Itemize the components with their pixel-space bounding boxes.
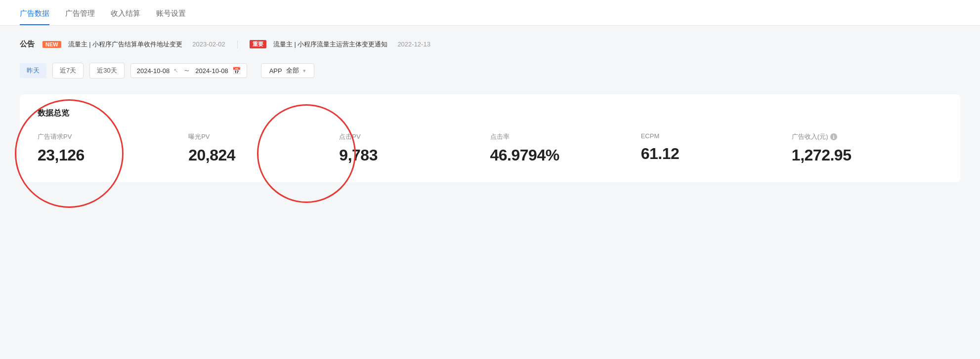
ann-text-2[interactable]: 流量主 | 小程序流量主运营主体变更通知 (273, 40, 388, 49)
stat-label-revenue: 广告收入(元) ℹ (792, 132, 931, 141)
stat-value-ctr: 46.9794% (490, 146, 629, 164)
badge-new: NEW (43, 41, 61, 48)
announcement-label: 公告 (20, 40, 35, 49)
stat-revenue: 广告收入(元) ℹ 1,272.95 (792, 132, 942, 164)
ann-date-2: 2022-12-13 (397, 40, 430, 48)
ann-text-1[interactable]: 流量主 | 小程序广告结算单收件地址变更 (68, 40, 183, 49)
nav-item-income[interactable]: 收入结算 (111, 9, 140, 25)
chevron-down-icon: ▾ (303, 68, 306, 74)
nav-item-ad-data[interactable]: 广告数据 (20, 9, 49, 25)
ann-date-1: 2023-02-02 (192, 40, 225, 48)
stat-ecpm: ECPM 61.12 (641, 132, 792, 164)
info-icon[interactable]: ℹ (830, 133, 837, 140)
nav-item-account[interactable]: 账号设置 (156, 9, 186, 25)
announcement-bar: 公告 NEW 流量主 | 小程序广告结算单收件地址变更 2023-02-02 重… (20, 40, 960, 49)
date-start: 2024-10-08 (137, 67, 170, 75)
stat-value-revenue: 1,272.95 (792, 146, 931, 164)
stat-label-impression: 曝光PV (188, 132, 327, 141)
stat-label-ctr: 点击率 (490, 132, 629, 141)
filter-row: 昨天 近7天 近30天 2024-10-08 ↖ ～ 2024-10-08 📅 … (20, 63, 960, 79)
app-filter-label: APP (269, 67, 282, 75)
btn-7days[interactable]: 近7天 (52, 63, 84, 79)
nav-item-ad-manage[interactable]: 广告管理 (65, 9, 95, 25)
stat-label-click: 点击PV (339, 132, 478, 141)
stat-value-ecpm: 61.12 (641, 145, 780, 163)
stat-impression: 曝光PV 20,824 (188, 132, 339, 164)
stat-value-click: 9,783 (339, 146, 478, 164)
btn-yesterday[interactable]: 昨天 (20, 63, 46, 78)
stat-ctr: 点击率 46.9794% (490, 132, 641, 164)
stats-section: 数据总览 广告请求PV 23,126 曝光PV 20,824 点击PV 9,78… (20, 94, 960, 182)
stat-value-ad-request: 23,126 (38, 146, 176, 164)
cursor-icon: ↖ (173, 67, 178, 74)
date-end: 2024-10-08 (195, 67, 228, 75)
stats-title: 数据总览 (38, 108, 942, 119)
stat-label-ecpm: ECPM (641, 132, 780, 140)
stat-click: 点击PV 9,783 (339, 132, 490, 164)
app-filter-dropdown[interactable]: APP 全部 ▾ (261, 63, 314, 78)
date-range-picker[interactable]: 2024-10-08 ↖ ～ 2024-10-08 📅 (130, 63, 247, 78)
stats-grid: 广告请求PV 23,126 曝光PV 20,824 点击PV 9,783 点击率… (38, 132, 942, 164)
stat-value-impression: 20,824 (188, 146, 327, 164)
badge-important: 重要 (250, 40, 266, 48)
ann-separator (237, 40, 238, 48)
stat-ad-request: 广告请求PV 23,126 (38, 132, 188, 164)
top-navigation: 广告数据 广告管理 收入结算 账号设置 (0, 0, 980, 26)
tilde: ～ (182, 66, 191, 75)
calendar-icon: 📅 (232, 67, 241, 75)
stat-label-ad-request: 广告请求PV (38, 132, 176, 141)
app-filter-value: 全部 (286, 66, 299, 75)
btn-30days[interactable]: 近30天 (89, 63, 124, 79)
